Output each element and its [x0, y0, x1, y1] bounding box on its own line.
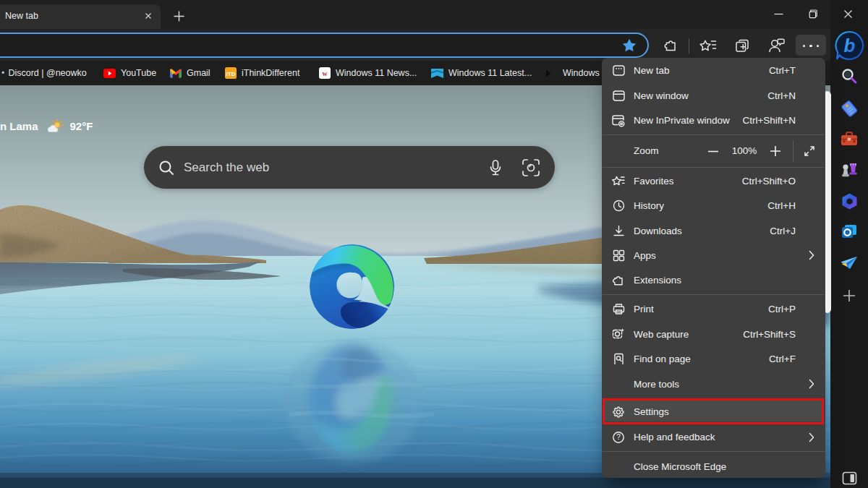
svg-text:?: ? — [616, 433, 621, 441]
svg-text:w: w — [322, 69, 328, 77]
svg-text:iTD: iTD — [226, 71, 236, 77]
svg-text:b: b — [844, 35, 856, 56]
